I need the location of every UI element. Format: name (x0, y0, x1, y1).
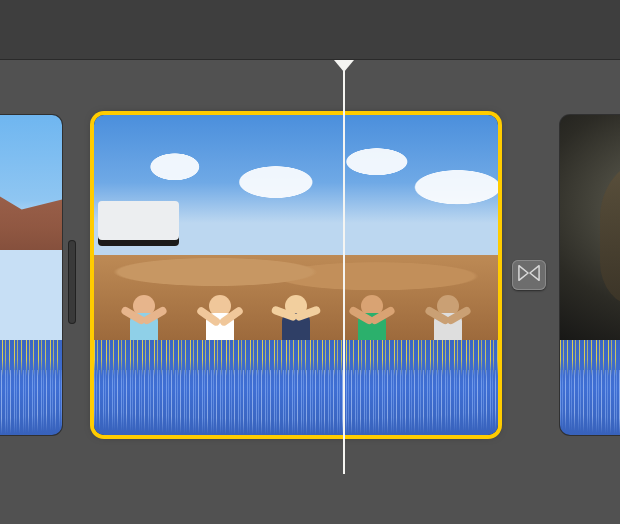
toolbar (0, 0, 620, 60)
clip-left[interactable] (0, 115, 62, 435)
cross-dissolve-icon (518, 264, 540, 286)
clip-center[interactable] (94, 115, 498, 435)
clip-thumbnail (94, 115, 498, 340)
playhead-marker-icon[interactable] (334, 60, 354, 72)
clip-audio-waveform[interactable] (94, 340, 498, 435)
clip-right[interactable] (560, 115, 620, 435)
clip-audio-waveform[interactable] (560, 340, 620, 435)
clip-thumbnail (0, 115, 62, 340)
timeline[interactable] (0, 60, 620, 524)
scroll-thumb[interactable] (68, 240, 76, 324)
clip-thumbnail (560, 115, 620, 340)
clip-audio-waveform[interactable] (0, 340, 62, 435)
transition-cross-dissolve[interactable] (512, 260, 546, 290)
